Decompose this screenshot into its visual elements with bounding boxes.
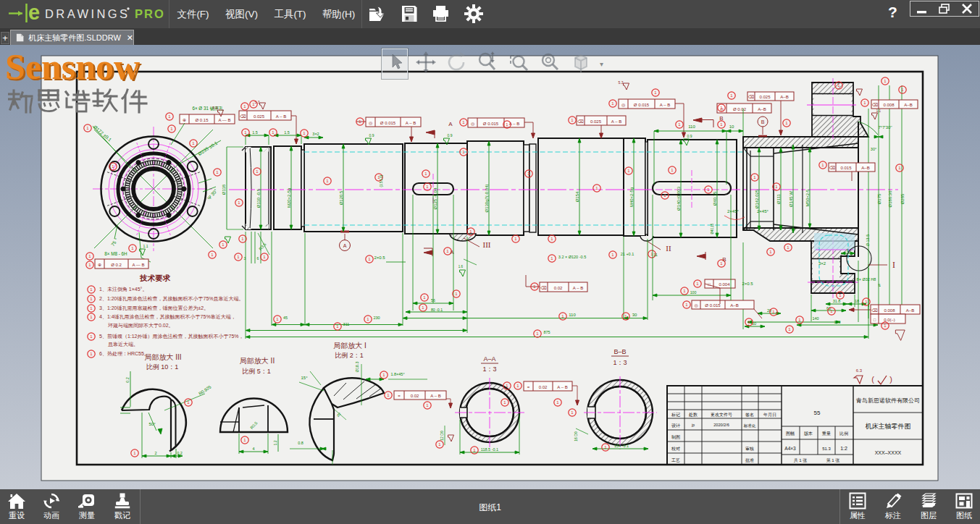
svg-text:A4×3: A4×3: [784, 446, 796, 451]
svg-text:1：3: 1：3: [482, 365, 496, 373]
svg-text:更改文件号: 更改文件号: [711, 412, 732, 417]
svg-text:工艺: 工艺: [671, 457, 680, 462]
svg-text:0.004: 0.004: [719, 282, 730, 287]
svg-text:版本: 版本: [804, 431, 813, 436]
svg-text:A – B: A – B: [573, 286, 583, 290]
svg-text:A–B: A–B: [904, 103, 912, 107]
svg-text:A–B: A–B: [730, 303, 738, 308]
svg-text:2×45°: 2×45°: [757, 209, 769, 214]
svg-text:A – B: A – B: [660, 103, 670, 107]
svg-text:A – B: A – B: [406, 121, 416, 125]
svg-text:标准化: 标准化: [743, 423, 756, 428]
svg-text:2、1:20锤孔用涂色法检查，其接触面积不小于75%且靠近大: 2、1:20锤孔用涂色法检查，其接触面积不小于75%且靠近大端。: [99, 296, 244, 302]
svg-text:=: =: [398, 394, 401, 398]
svg-text:6× Ø 31 铌座孔: 6× Ø 31 铌座孔: [192, 106, 223, 111]
svg-text:M20×2-5g: M20×2-5g: [287, 188, 291, 208]
svg-text:0.2: 0.2: [177, 451, 183, 455]
svg-text:5.3: 5.3: [213, 106, 218, 110]
svg-text:Ø154: Ø154: [575, 191, 579, 202]
svg-text:图幅: 图幅: [786, 431, 795, 436]
svg-text:B: B: [722, 256, 726, 263]
svg-text:51.3: 51.3: [822, 447, 831, 451]
svg-text:B–B: B–B: [613, 348, 626, 355]
svg-text:A: A: [448, 121, 453, 127]
svg-text:A–B: A–B: [861, 166, 869, 170]
svg-text:标记: 标记: [671, 412, 680, 418]
svg-text:Ø118: Ø118: [222, 184, 226, 195]
svg-text:II: II: [666, 244, 671, 253]
svg-text:140: 140: [812, 316, 818, 321]
svg-text:Ø285: Ø285: [900, 193, 905, 204]
svg-text:A — B: A — B: [218, 118, 230, 122]
svg-text:11: 11: [653, 253, 658, 257]
svg-text:8× Ø32 H8: 8× Ø32 H8: [857, 277, 876, 282]
svg-text:230: 230: [373, 316, 380, 320]
svg-text:⇅: ⇅: [878, 283, 881, 287]
svg-text:0.025: 0.025: [759, 95, 771, 99]
svg-text:且靠近大端。: 且靠近大端。: [108, 342, 138, 347]
svg-text:M50×2-5: M50×2-5: [805, 189, 810, 207]
svg-text:青岛新思诺软件有限公司: 青岛新思诺软件有限公司: [855, 397, 920, 404]
svg-text:0.025: 0.025: [590, 119, 602, 124]
svg-text:=: =: [527, 385, 530, 389]
svg-text:Ø 0.015: Ø 0.015: [380, 121, 396, 125]
svg-text:◎: ◎: [369, 121, 372, 125]
svg-text:6、热处理：HRC55。: 6、热处理：HRC55。: [99, 351, 149, 357]
svg-text:7°7'30'': 7°7'30'': [878, 125, 892, 130]
svg-text:制图: 制图: [671, 435, 680, 440]
svg-text:M40×2-5g: M40×2-5g: [629, 187, 634, 207]
svg-text:A – B: A – B: [276, 114, 286, 119]
svg-text:134 -0.1: 134 -0.1: [614, 444, 629, 448]
svg-text:(1.5/1.6): (1.5/1.6): [380, 174, 383, 187]
svg-text:比例 10：1: 比例 10：1: [146, 363, 179, 371]
svg-text:第 1 张: 第 1 张: [826, 458, 840, 463]
svg-text:Ø125 -0.04: Ø125 -0.04: [433, 187, 437, 210]
svg-text:Ø 13.5: Ø 13.5: [866, 234, 870, 247]
svg-text:⌫: ⌫: [747, 95, 754, 99]
svg-text:Ø 0.015: Ø 0.015: [634, 103, 650, 107]
svg-text:比例 2：1: 比例 2：1: [335, 352, 364, 359]
svg-text:设计: 设计: [671, 423, 680, 428]
svg-text:0.008: 0.008: [884, 308, 895, 313]
svg-text:18: 18: [855, 299, 859, 303]
svg-text:45: 45: [283, 316, 288, 320]
svg-text:6.3: 6.3: [856, 368, 863, 373]
svg-text:A–B: A–B: [780, 95, 788, 99]
svg-text:0.015: 0.015: [840, 166, 852, 170]
svg-text:3×2: 3×2: [312, 132, 319, 136]
svg-text:◎: ◎: [621, 103, 625, 107]
svg-text:16 D9: 16 D9: [574, 431, 578, 441]
svg-text:jp: jp: [691, 423, 695, 427]
svg-text:50°: 50°: [148, 422, 156, 426]
svg-text:A: A: [450, 249, 454, 255]
svg-text:A: A: [343, 243, 347, 248]
svg-text:重量: 重量: [821, 431, 831, 436]
svg-text:⊕: ⊕: [183, 118, 186, 122]
svg-text:0.02: 0.02: [411, 394, 419, 398]
svg-text:110: 110: [688, 124, 695, 129]
svg-text:机床主轴零件图: 机床主轴零件图: [866, 423, 911, 430]
svg-text:31.8: 31.8: [833, 299, 841, 303]
svg-text:Ø 0.02: Ø 0.02: [733, 107, 747, 111]
svg-text:0.0(–): 0.0(–): [884, 318, 895, 322]
svg-text:Ø175: Ø175: [877, 193, 881, 204]
svg-text:Ø186.36: Ø186.36: [888, 190, 892, 208]
svg-text:875: 875: [543, 330, 550, 334]
svg-text:2×0.5: 2×0.5: [374, 255, 385, 260]
svg-text:12 D9: 12 D9: [440, 431, 444, 441]
svg-text:5.3: 5.3: [619, 80, 624, 85]
svg-text:⊕: ⊕: [98, 263, 101, 267]
svg-text:校对: 校对: [671, 447, 680, 451]
svg-text:Ø142.025: Ø142.025: [755, 189, 759, 208]
svg-text:56: 56: [431, 298, 435, 303]
svg-text:1：3: 1：3: [613, 359, 627, 366]
svg-text:0.008: 0.008: [883, 103, 895, 107]
svg-text:0.9: 0.9: [369, 133, 374, 138]
svg-text:环规与端面间隙不大于0.02。: 环规与端面间隙不大于0.02。: [108, 323, 174, 329]
svg-text:审核: 审核: [745, 446, 754, 451]
svg-text:◎: ◎: [471, 122, 474, 126]
svg-text:A–A: A–A: [483, 355, 495, 363]
svg-text:3.2 × Ø120 -0.5: 3.2 × Ø120 -0.5: [558, 255, 586, 259]
svg-text:2: 2: [154, 451, 156, 455]
svg-text:1.5: 1.5: [284, 130, 290, 135]
